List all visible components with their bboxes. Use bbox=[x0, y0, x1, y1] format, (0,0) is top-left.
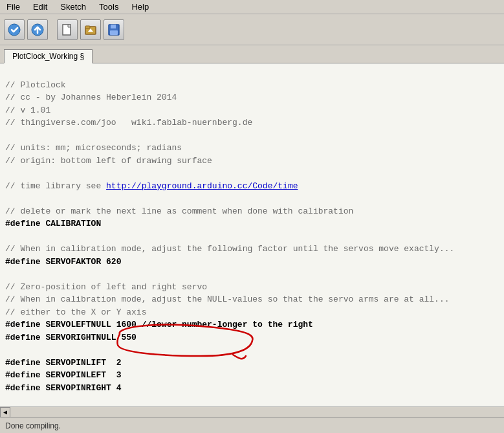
status-text: Done compiling. bbox=[5, 421, 61, 430]
code-content: // Plotclock // cc - by Johannes Heberle… bbox=[0, 66, 504, 406]
menu-edit[interactable]: Edit bbox=[29, 1, 51, 13]
menu-file[interactable]: File bbox=[3, 1, 24, 13]
horizontal-scrollbar[interactable]: ◀ bbox=[0, 406, 504, 417]
svg-marker-4 bbox=[68, 25, 71, 27]
verify-button[interactable] bbox=[4, 19, 25, 40]
tabbar: PlotClock_Working § bbox=[0, 45, 504, 63]
menubar: File Edit Sketch Tools Help bbox=[0, 0, 504, 14]
open-button[interactable] bbox=[80, 19, 101, 40]
statusbar: Done compiling. bbox=[0, 417, 504, 433]
svg-rect-6 bbox=[85, 26, 90, 28]
save-button[interactable] bbox=[104, 19, 124, 40]
scroll-left-arrow[interactable]: ◀ bbox=[0, 407, 10, 417]
menu-sketch[interactable]: Sketch bbox=[56, 1, 90, 13]
active-tab[interactable]: PlotClock_Working § bbox=[4, 49, 93, 63]
scroll-track[interactable] bbox=[10, 407, 504, 417]
menu-tools[interactable]: Tools bbox=[95, 1, 122, 13]
menu-help[interactable]: Help bbox=[127, 1, 153, 13]
svg-rect-9 bbox=[111, 25, 116, 28]
toolbar bbox=[0, 14, 504, 45]
upload-button[interactable] bbox=[27, 19, 48, 40]
svg-point-0 bbox=[8, 24, 20, 36]
svg-rect-10 bbox=[110, 30, 118, 35]
code-area[interactable]: // Plotclock // cc - by Johannes Heberle… bbox=[0, 63, 504, 406]
new-button[interactable] bbox=[57, 19, 78, 40]
